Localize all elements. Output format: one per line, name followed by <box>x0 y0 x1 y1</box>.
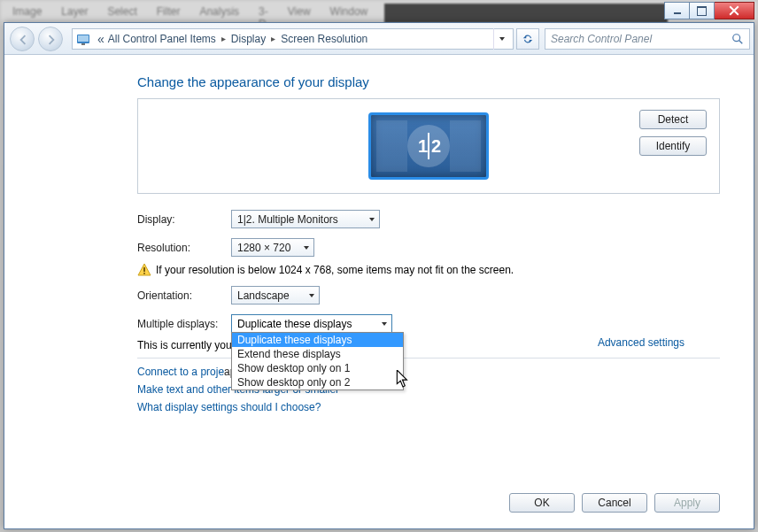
search-placeholder: Search Control Panel <box>551 33 731 45</box>
monitor-number-2: 2 <box>431 136 439 157</box>
dialog-buttons: OK Cancel Apply <box>509 493 720 513</box>
nav-forward-button[interactable] <box>38 27 63 51</box>
monitor-thumbnail[interactable]: 1 2 <box>368 112 489 180</box>
warning-icon <box>137 263 151 277</box>
svg-rect-6 <box>143 273 145 274</box>
background-title-bar <box>384 4 668 23</box>
ok-button[interactable]: OK <box>509 493 575 513</box>
search-input[interactable]: Search Control Panel <box>545 28 750 50</box>
multiple-displays-label: Multiple displays: <box>137 318 231 330</box>
resolution-warning: If your resolution is below 1024 x 768, … <box>137 263 720 277</box>
breadcrumb-seg-display[interactable]: Display <box>229 33 267 45</box>
breadcrumb-bar[interactable]: « All Control Panel Items ▸ Display ▸ Sc… <box>72 28 514 50</box>
chevron-down-icon <box>368 216 375 223</box>
chevron-right-icon[interactable]: ▸ <box>267 34 279 43</box>
maximize-button[interactable] <box>689 2 715 19</box>
window-caption-buttons <box>664 2 754 19</box>
svg-rect-2 <box>81 43 85 45</box>
svg-rect-1 <box>78 35 89 42</box>
chevron-down-icon <box>308 292 315 299</box>
text-size-link[interactable]: Make text and other items larger or smal… <box>137 383 720 396</box>
chevron-right-icon[interactable]: ▸ <box>218 34 229 43</box>
orientation-combobox[interactable]: Landscape <box>231 286 320 305</box>
chevron-down-icon <box>381 320 388 328</box>
detect-button[interactable]: Detect <box>639 110 707 129</box>
dropdown-option-extend[interactable]: Extend these displays <box>232 347 403 361</box>
control-panel-window: « All Control Panel Items ▸ Display ▸ Sc… <box>4 22 754 529</box>
multiple-displays-combobox[interactable]: Duplicate these displays Duplicate these… <box>231 314 392 333</box>
resolution-label: Resolution: <box>137 242 231 254</box>
main-content: Change the appearance of your display 1 … <box>4 55 754 528</box>
svg-rect-5 <box>143 267 145 272</box>
multiple-displays-dropdown: Duplicate these displays Extend these di… <box>231 332 404 390</box>
dropdown-option-duplicate[interactable]: Duplicate these displays <box>232 333 403 347</box>
minimize-button[interactable] <box>664 2 690 19</box>
monitor-number-1: 1 <box>418 136 426 157</box>
address-bar: « All Control Panel Items ▸ Display ▸ Sc… <box>4 23 754 55</box>
projector-link[interactable]: Connect to a proje <box>137 366 224 378</box>
breadcrumb-seg-all-items[interactable]: All Control Panel Items <box>106 33 218 45</box>
display-combobox[interactable]: 1|2. Multiple Monitors <box>231 210 380 228</box>
dropdown-option-only-1[interactable]: Show desktop only on 1 <box>232 361 403 375</box>
breadcrumb-history-dropdown[interactable] <box>493 28 509 50</box>
nav-back-button[interactable] <box>10 27 35 51</box>
svg-point-3 <box>733 34 740 41</box>
dropdown-option-only-2[interactable]: Show desktop only on 2 <box>232 375 403 389</box>
identify-button[interactable]: Identify <box>639 136 707 156</box>
search-icon <box>731 33 744 45</box>
svg-line-4 <box>739 40 743 43</box>
page-heading: Change the appearance of your display <box>137 74 720 89</box>
control-panel-icon <box>76 32 90 46</box>
main-display-text: This is currently you <box>137 339 232 351</box>
background-app-menubar: ImageLayerSelectFilterAnalysis3-DViewWin… <box>0 4 381 23</box>
separator <box>137 358 720 359</box>
advanced-settings-link[interactable]: Advanced settings <box>598 336 685 349</box>
close-button[interactable] <box>714 2 754 19</box>
apply-button[interactable]: Apply <box>654 493 720 513</box>
monitor-divider <box>428 133 429 159</box>
display-help-link[interactable]: What display settings should I choose? <box>137 401 720 413</box>
breadcrumb-seg-screen-resolution[interactable]: Screen Resolution <box>279 33 369 45</box>
breadcrumb-overflow[interactable]: « <box>96 32 106 46</box>
display-label: Display: <box>137 213 231 226</box>
resolution-combobox[interactable]: 1280 × 720 <box>231 238 314 257</box>
chevron-down-icon <box>303 244 310 251</box>
display-preview-box: 1 2 Detect Identify <box>137 98 720 194</box>
orientation-label: Orientation: <box>137 289 231 302</box>
refresh-button[interactable] <box>516 28 539 50</box>
cancel-button[interactable]: Cancel <box>582 493 647 513</box>
